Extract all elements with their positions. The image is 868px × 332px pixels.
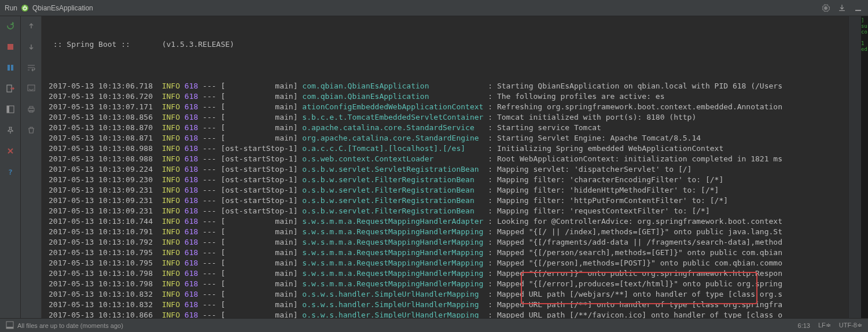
log-line: 2017-05-13 10:13:09.231 INFO 618 --- [os… xyxy=(49,206,844,216)
log-line: 2017-05-13 10:13:10.795 INFO 618 --- [ m… xyxy=(49,248,844,258)
trash-icon[interactable] xyxy=(25,124,38,137)
up-arrow-icon[interactable] xyxy=(25,20,38,32)
log-line: 2017-05-13 10:13:09.230 INFO 618 --- [os… xyxy=(49,175,844,185)
left-gutter-1: ? xyxy=(0,16,21,318)
help-icon[interactable]: ? xyxy=(4,165,17,178)
console-output[interactable]: :: Spring Boot :: (v1.5.3.RELEASE) 2017-… xyxy=(42,16,848,318)
log-line: 2017-05-13 10:13:10.744 INFO 618 --- [ m… xyxy=(49,216,844,227)
right-editor-sliver: ] su co 1 ed xyxy=(861,16,868,318)
pause-icon[interactable] xyxy=(4,61,17,74)
left-gutter-2 xyxy=(21,16,42,318)
log-line: 2017-05-13 10:13:09.224 INFO 618 --- [os… xyxy=(49,164,844,175)
run-config-name: QbianEsApplication xyxy=(32,4,93,12)
rerun-icon[interactable] xyxy=(4,20,17,32)
print-icon[interactable] xyxy=(25,103,38,116)
status-message: All files are up to date (moments ago) xyxy=(17,322,123,329)
log-line: 2017-05-13 10:13:09.231 INFO 618 --- [os… xyxy=(49,195,844,206)
log-line: 2017-05-13 10:13:10.795 INFO 618 --- [ m… xyxy=(49,258,844,268)
status-left: All files are up to date (moments ago) xyxy=(6,321,798,330)
pin-icon[interactable] xyxy=(4,124,17,137)
log-line: 2017-05-13 10:13:08.870 INFO 618 --- [ m… xyxy=(49,123,844,133)
tool-window-toggle-icon[interactable] xyxy=(6,321,14,330)
exit-icon[interactable] xyxy=(4,82,17,95)
svg-rect-2 xyxy=(855,10,861,11)
log-line: 2017-05-13 10:13:06.718 INFO 618 --- [ m… xyxy=(49,81,844,91)
scroll-to-end-icon[interactable] xyxy=(25,82,38,95)
spring-boot-icon xyxy=(21,4,29,12)
stop-icon[interactable] xyxy=(4,40,17,53)
run-tool-window-header: Run QbianEsApplication xyxy=(0,0,868,16)
header-left: Run QbianEsApplication xyxy=(5,4,817,12)
log-line: 2017-05-13 10:13:08.988 INFO 618 --- [os… xyxy=(49,143,844,154)
svg-rect-4 xyxy=(8,65,10,71)
log-line: 2017-05-13 10:13:07.171 INFO 618 --- [ m… xyxy=(49,102,844,112)
log-line: 2017-05-13 10:13:09.231 INFO 618 --- [os… xyxy=(49,185,844,195)
layout-icon[interactable] xyxy=(4,103,17,116)
cursor-position[interactable]: 6:13 xyxy=(798,322,810,329)
gear-icon[interactable] xyxy=(821,3,831,13)
svg-point-1 xyxy=(825,7,827,9)
log-line: 2017-05-13 10:13:08.856 INFO 618 --- [ m… xyxy=(49,112,844,123)
minimize-icon[interactable] xyxy=(853,3,863,13)
svg-text:?: ? xyxy=(8,168,13,176)
run-label: Run xyxy=(5,4,17,12)
soft-wrap-icon[interactable] xyxy=(25,61,38,74)
log-line: 2017-05-13 10:13:10.866 INFO 618 --- [ m… xyxy=(49,310,844,318)
log-line: 2017-05-13 10:13:10.792 INFO 618 --- [ m… xyxy=(49,237,844,248)
header-right xyxy=(821,3,863,13)
log-line: 2017-05-13 10:13:10.798 INFO 618 --- [ m… xyxy=(49,268,844,279)
log-line: 2017-05-13 10:13:10.798 INFO 618 --- [ m… xyxy=(49,279,844,289)
status-bar: All files are up to date (moments ago) 6… xyxy=(0,318,868,332)
download-icon[interactable] xyxy=(837,3,847,13)
log-line: 2017-05-13 10:13:10.832 INFO 618 --- [ m… xyxy=(49,300,844,310)
spring-banner: :: Spring Boot :: (v1.5.3.RELEASE) xyxy=(49,39,844,50)
log-line: 2017-05-13 10:13:08.988 INFO 618 --- [os… xyxy=(49,154,844,164)
status-right: 6:13 LF≑ UTF-8≑ xyxy=(798,322,862,329)
log-line: 2017-05-13 10:13:06.720 INFO 618 --- [ m… xyxy=(49,91,844,102)
close-icon[interactable] xyxy=(4,145,17,157)
svg-rect-3 xyxy=(8,44,13,50)
down-arrow-icon[interactable] xyxy=(25,40,38,53)
scrollbar-gutter[interactable] xyxy=(848,16,861,318)
svg-rect-12 xyxy=(30,106,33,108)
log-line: 2017-05-13 10:13:08.871 INFO 618 --- [ m… xyxy=(49,133,844,143)
svg-rect-15 xyxy=(6,327,13,329)
svg-rect-8 xyxy=(7,106,9,113)
svg-rect-5 xyxy=(11,65,13,71)
file-encoding[interactable]: UTF-8≑ xyxy=(839,322,862,329)
line-separator[interactable]: LF≑ xyxy=(818,322,831,329)
main-area: ? :: Spring Boot :: (v1.5.3.RELEASE) 201… xyxy=(0,16,868,318)
log-line: 2017-05-13 10:13:10.791 INFO 618 --- [ m… xyxy=(49,227,844,237)
log-line: 2017-05-13 10:13:10.832 INFO 618 --- [ m… xyxy=(49,289,844,300)
